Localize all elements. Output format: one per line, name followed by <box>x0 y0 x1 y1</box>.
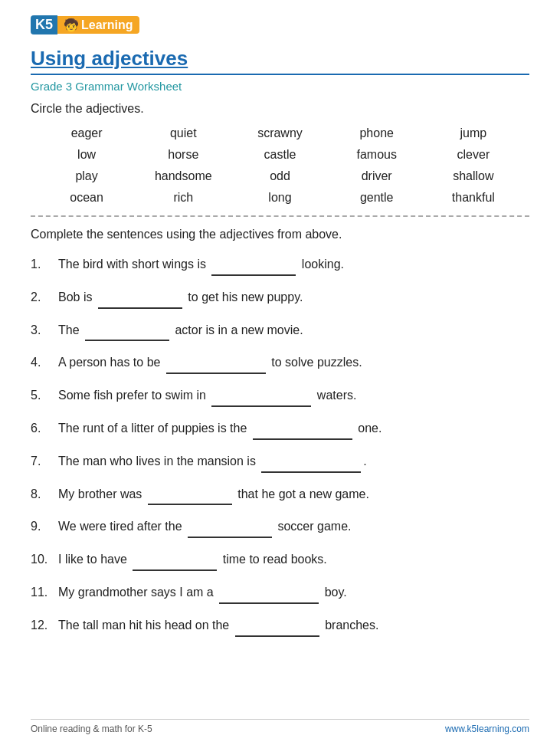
sentence-item: 12.The tall man hit his head on the bran… <box>31 615 529 637</box>
word-item: phone <box>329 123 425 143</box>
sentence-item: 8.My brother was that he got a new game. <box>31 484 529 506</box>
sentence-number: 4. <box>31 353 58 372</box>
worksheet-title: Using adjectives <box>31 47 529 71</box>
answer-blank[interactable] <box>211 262 296 276</box>
sentence-item: 10.I like to have time to read books. <box>31 549 529 571</box>
word-item: famous <box>329 145 425 165</box>
word-item: gentle <box>329 188 425 208</box>
logo: K5 🧒 Learning <box>31 15 529 34</box>
dashed-divider <box>31 215 529 217</box>
sentence-text: We were tired after the soccer game. <box>58 516 529 538</box>
footer-left: Online reading & math for K-5 <box>31 724 152 734</box>
instruction-1: Circle the adjectives. <box>31 102 529 116</box>
answer-blank-long[interactable] <box>211 393 311 407</box>
sentence-number: 12. <box>31 616 58 635</box>
logo-learning: 🧒 Learning <box>57 16 139 34</box>
sentence-item: 1.The bird with short wings is looking. <box>31 254 529 276</box>
sentence-item: 11.My grandmother says I am a boy. <box>31 582 529 604</box>
sentence-text: My grandmother says I am a boy. <box>58 582 529 604</box>
word-item: odd <box>231 166 328 186</box>
answer-blank[interactable] <box>85 327 169 341</box>
sentence-list: 1.The bird with short wings is looking.2… <box>31 254 529 637</box>
answer-blank[interactable] <box>98 295 182 309</box>
word-item: jump <box>425 123 522 143</box>
answer-blank-long[interactable] <box>253 426 352 440</box>
sentence-text: A person has to be to solve puzzles. <box>58 352 529 374</box>
sentence-item: 2.Bob is to get his new puppy. <box>31 287 529 309</box>
word-item: horse <box>135 145 231 165</box>
word-grid: eagerquietscrawnyphonejumplowhorsecastle… <box>31 123 529 208</box>
word-item: shallow <box>425 166 522 186</box>
answer-blank-long[interactable] <box>219 590 319 604</box>
word-item: quiet <box>135 123 231 143</box>
word-item: ocean <box>38 188 135 208</box>
sentence-item: 6.The runt of a litter of puppies is the… <box>31 418 529 440</box>
word-item: rich <box>135 188 231 208</box>
person-icon: 🧒 <box>64 18 79 32</box>
sentence-text: The runt of a litter of puppies is the o… <box>58 418 529 440</box>
word-item: clever <box>425 145 522 165</box>
title-divider <box>31 74 529 75</box>
sentence-number: 2. <box>31 288 58 307</box>
answer-blank[interactable] <box>148 491 232 505</box>
word-item: thankful <box>425 188 522 208</box>
word-item: play <box>38 166 135 186</box>
sentence-number: 6. <box>31 419 58 438</box>
instruction-2: Complete the sentences using the adjecti… <box>31 228 529 241</box>
sentence-item: 9.We were tired after the soccer game. <box>31 516 529 538</box>
word-item: scrawny <box>231 123 328 143</box>
footer-right: www.k5learning.com <box>445 724 529 734</box>
word-item: low <box>38 145 135 165</box>
sentence-item: 5.Some fish prefer to swim in waters. <box>31 385 529 407</box>
sentence-text: My brother was that he got a new game. <box>58 484 529 506</box>
sentence-number: 1. <box>31 255 58 274</box>
word-item: castle <box>231 145 328 165</box>
word-item: eager <box>38 123 135 143</box>
word-item: driver <box>329 166 425 186</box>
sentence-text: The tall man hit his head on the branche… <box>58 615 529 637</box>
answer-blank[interactable] <box>133 557 217 571</box>
answer-blank-long[interactable] <box>166 360 266 374</box>
sentence-number: 10. <box>31 550 58 569</box>
answer-blank-long[interactable] <box>261 459 361 473</box>
answer-blank[interactable] <box>188 524 272 538</box>
sentence-item: 4.A person has to be to solve puzzles. <box>31 352 529 374</box>
sentence-number: 8. <box>31 485 58 504</box>
sentence-number: 3. <box>31 321 58 340</box>
word-item: long <box>231 188 328 208</box>
logo-k5: K5 <box>31 15 57 34</box>
sentence-text: Bob is to get his new puppy. <box>58 287 529 309</box>
sentence-item: 7.The man who lives in the mansion is . <box>31 451 529 473</box>
sentence-number: 7. <box>31 452 58 471</box>
sentence-item: 3.The actor is in a new movie. <box>31 320 529 342</box>
sentence-number: 5. <box>31 386 58 405</box>
sentence-text: The man who lives in the mansion is . <box>58 451 529 473</box>
sentence-text: The actor is in a new movie. <box>58 320 529 342</box>
answer-blank[interactable] <box>235 623 319 637</box>
footer: Online reading & math for K-5 www.k5lear… <box>31 719 529 734</box>
word-item: handsome <box>135 166 231 186</box>
logo-box: K5 🧒 Learning <box>31 15 139 34</box>
subtitle: Grade 3 Grammar Worksheet <box>31 80 529 93</box>
sentence-text: I like to have time to read books. <box>58 549 529 571</box>
sentence-text: Some fish prefer to swim in waters. <box>58 385 529 407</box>
sentence-number: 11. <box>31 583 58 602</box>
sentence-number: 9. <box>31 517 58 536</box>
sentence-text: The bird with short wings is looking. <box>58 254 529 276</box>
